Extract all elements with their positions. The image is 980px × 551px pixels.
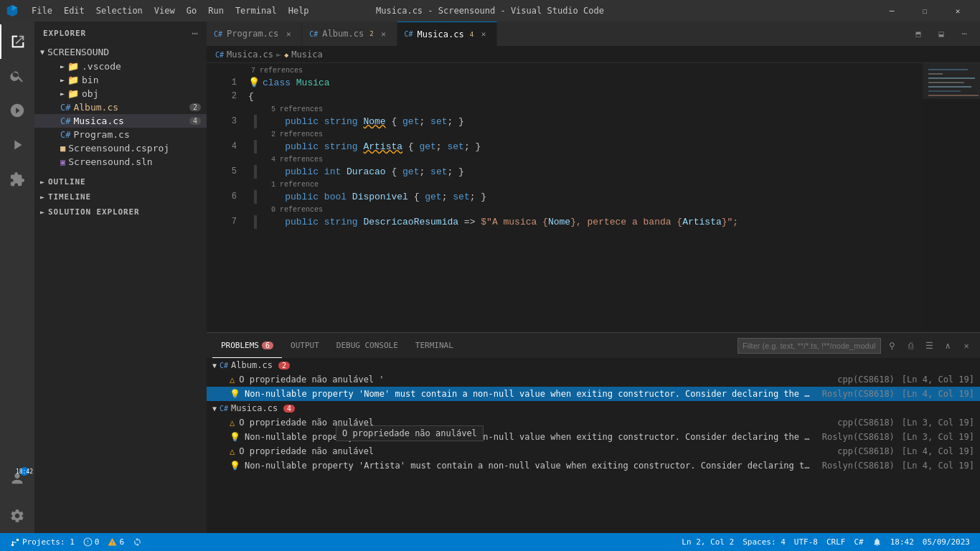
filter-icon[interactable]: ⚲ xyxy=(884,338,900,354)
collapse-button[interactable]: ☰ xyxy=(921,338,937,354)
status-sync[interactable] xyxy=(128,533,146,551)
problem-item-selected[interactable]: 💡 Non-nullable property 'Nome' must cont… xyxy=(207,387,980,401)
code-line-4: public string Artista { get; set; } xyxy=(248,140,923,154)
close-button[interactable]: ✕ xyxy=(941,0,974,22)
tree-item-albumcs[interactable]: C# Album.cs 2 xyxy=(34,100,207,114)
group-badge: 2 xyxy=(278,362,290,369)
titlebar-menu: File Edit Selection View Go Run Terminal… xyxy=(26,4,315,17)
problem-group-header-albumcs[interactable]: ▼ C# Album.cs 2 xyxy=(207,358,980,372)
problem-position: [Ln 4, Col 19] xyxy=(902,461,974,471)
group-filename: Album.cs xyxy=(231,360,273,370)
breadcrumb-symbol[interactable]: Musica xyxy=(291,50,322,60)
tab-close-button[interactable]: ✕ xyxy=(283,28,294,39)
tree-item-programcs[interactable]: C# Program.cs xyxy=(34,128,207,141)
cs-icon: C# xyxy=(220,405,228,413)
problem-item[interactable]: △ O propriedade não anulável cpp(CS8618)… xyxy=(207,444,980,458)
code-line-3: public string Nome { get; set; } xyxy=(248,115,923,128)
panel-content: ▼ C# Album.cs 2 △ O propriedade não anul… xyxy=(207,358,980,533)
cs-file-icon: C# xyxy=(60,130,70,140)
menu-edit[interactable]: Edit xyxy=(58,4,90,17)
breadcrumb-file[interactable]: Musica.cs xyxy=(227,50,273,60)
tab-programcs[interactable]: C# Program.cs ✕ xyxy=(207,22,302,47)
problem-position: [Ln 3, Col 19] xyxy=(902,418,974,428)
problem-item[interactable]: 💡 Non-nullable property 'Artista' must c… xyxy=(207,458,980,473)
panel-tab-terminal[interactable]: TERMINAL xyxy=(407,333,462,358)
filter-input[interactable] xyxy=(738,338,881,354)
tree-item-csproj[interactable]: ■ Screensound.csproj xyxy=(34,141,207,155)
info-icon: 💡 xyxy=(230,461,240,471)
menu-selection[interactable]: Selection xyxy=(90,4,149,17)
menu-help[interactable]: Help xyxy=(283,4,315,17)
activity-settings[interactable] xyxy=(0,499,34,533)
status-right: Ln 2, Col 2 Spaces: 4 UTF-8 CRLF C# 18:4… xyxy=(677,533,974,551)
menu-terminal[interactable]: Terminal xyxy=(230,4,283,17)
tab-bar: C# Program.cs ✕ C# Album.cs 2 ✕ C# Music… xyxy=(207,22,980,47)
panel-up-button[interactable]: ∧ xyxy=(940,338,956,354)
tree-item-sln[interactable]: ▣ Screensound.sln xyxy=(34,155,207,169)
code-ref-line: 5 references xyxy=(248,103,923,115)
tree-item-musicacs[interactable]: C# Musica.cs 4 xyxy=(34,114,207,128)
status-position[interactable]: Ln 2, Col 2 xyxy=(677,533,738,551)
sidebar: EXPLORER ⋯ ▼ SCREENSOUND ► 📁 .vscode ► 📁… xyxy=(34,22,207,533)
group-arrow-icon: ▼ xyxy=(212,405,217,413)
solution-explorer-section[interactable]: ► SOLUTION EXPLORER xyxy=(34,204,207,220)
code-line-1: 💡 class Musica xyxy=(248,76,923,90)
tab-close-active-button[interactable]: ✕ xyxy=(478,29,489,40)
tree-item-label: bin xyxy=(82,75,98,85)
sidebar-more-actions[interactable]: ⋯ xyxy=(192,27,198,39)
copy-button[interactable]: ⎙ xyxy=(903,338,918,354)
problem-group-header-musicacs[interactable]: ▼ C# Musica.cs 4 xyxy=(207,401,980,415)
group-badge: 4 xyxy=(283,405,295,413)
indent-guide xyxy=(254,165,257,179)
encoding-label: UTF-8 xyxy=(794,537,818,547)
activity-extensions[interactable] xyxy=(0,162,34,197)
activity-source-control[interactable] xyxy=(0,93,34,128)
menu-file[interactable]: File xyxy=(26,4,58,17)
problem-item[interactable]: △ O propriedade não anulável cpp(CS8618)… xyxy=(207,415,980,430)
split-editor-button[interactable]: ⬒ xyxy=(908,24,928,44)
problem-item[interactable]: 💡 Non-nullable property 'Nome' must cont… xyxy=(207,430,980,444)
code-editor[interactable]: 1 2 3 4 5 6 7 7 references xyxy=(207,63,923,332)
status-notifications[interactable] xyxy=(868,533,886,551)
problem-item[interactable]: △ O propriedade não anulável ' cpp(CS861… xyxy=(207,372,980,387)
status-branch[interactable]: Projects: 1 xyxy=(6,533,79,551)
menu-run[interactable]: Run xyxy=(202,4,230,17)
panel-tab-problems[interactable]: PROBLEMS 6 xyxy=(212,333,282,358)
folder-icon: 📁 xyxy=(67,75,79,85)
lightbulb-icon[interactable]: 💡 xyxy=(248,76,260,90)
menu-go[interactable]: Go xyxy=(181,4,202,17)
panel-tab-output[interactable]: OUTPUT xyxy=(282,333,328,358)
maximize-button[interactable]: ☐ xyxy=(908,0,941,22)
tree-root-screensound[interactable]: ▼ SCREENSOUND xyxy=(34,44,207,60)
status-spaces[interactable]: Spaces: 4 xyxy=(738,533,790,551)
more-actions-button[interactable]: ⋯ xyxy=(954,24,974,44)
indent-guide xyxy=(254,215,257,229)
problem-source: Roslyn(CS8618) xyxy=(822,389,895,399)
status-encoding[interactable]: UTF-8 xyxy=(790,533,822,551)
panel-close-button[interactable]: ✕ xyxy=(958,338,974,354)
editor-area: C# Program.cs ✕ C# Album.cs 2 ✕ C# Music… xyxy=(207,22,980,533)
tab-label: Musica.cs xyxy=(418,29,464,39)
activity-explorer[interactable] xyxy=(0,24,34,59)
tab-bar-actions: ⬒ ⬓ ⋯ xyxy=(908,24,980,44)
status-warnings[interactable]: 6 xyxy=(103,533,128,551)
activity-account[interactable]: 18:42 xyxy=(0,461,34,496)
tab-musicacs[interactable]: C# Musica.cs 4 ✕ xyxy=(397,22,498,47)
tree-item-obj[interactable]: ► 📁 obj xyxy=(34,87,207,100)
panel-tab-debug[interactable]: DEBUG CONSOLE xyxy=(328,333,407,358)
tree-item-vscode[interactable]: ► 📁 .vscode xyxy=(34,60,207,73)
tab-close-button[interactable]: ✕ xyxy=(378,28,390,39)
code-line-2: { xyxy=(248,90,923,103)
status-language[interactable]: C# xyxy=(849,533,867,551)
status-errors[interactable]: 0 xyxy=(79,533,104,551)
layout-button[interactable]: ⬓ xyxy=(931,24,951,44)
tab-albumcs[interactable]: C# Album.cs 2 ✕ xyxy=(302,22,397,47)
activity-search[interactable] xyxy=(0,59,34,93)
activity-run[interactable] xyxy=(0,128,34,162)
tree-item-bin[interactable]: ► 📁 bin xyxy=(34,73,207,87)
minimize-button[interactable]: ─ xyxy=(875,0,908,22)
timeline-section[interactable]: ► TIMELINE xyxy=(34,189,207,204)
outline-section[interactable]: ► OUTLINE xyxy=(34,174,207,189)
menu-view[interactable]: View xyxy=(149,4,181,17)
status-line-ending[interactable]: CRLF xyxy=(822,533,850,551)
